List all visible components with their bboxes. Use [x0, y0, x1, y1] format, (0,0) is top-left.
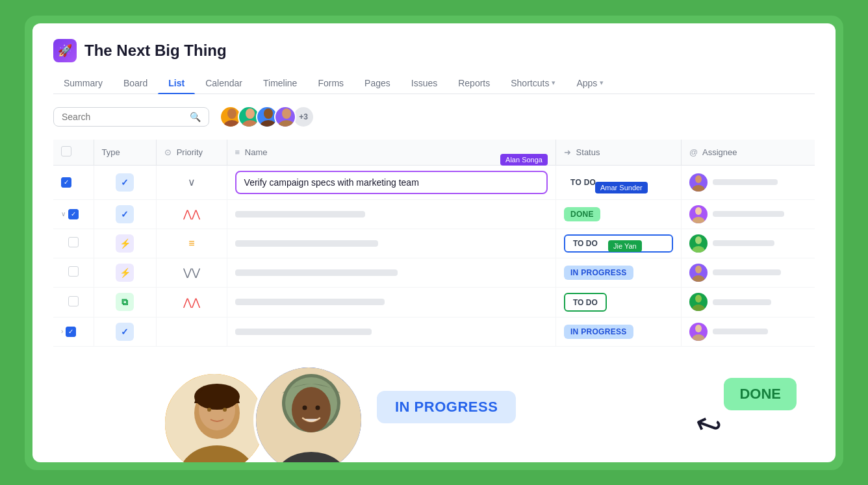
tab-timeline[interactable]: Timeline: [253, 73, 307, 93]
row-check-cell[interactable]: [53, 258, 94, 287]
status-badge-inprogress-plain[interactable]: IN PROGRESS: [564, 325, 633, 339]
tab-reports[interactable]: Reports: [448, 73, 500, 93]
expand-icon[interactable]: ∨: [61, 210, 66, 218]
tab-pages[interactable]: Pages: [354, 73, 401, 93]
row-check-cell[interactable]: [53, 229, 94, 258]
app-title: The Next Big Thing: [84, 42, 227, 60]
row-assignee-cell: [681, 199, 815, 229]
svg-point-33: [275, 452, 347, 462]
row-assignee-cell: [681, 229, 815, 258]
assignee-name-bar: [713, 269, 781, 275]
status-badge-done[interactable]: DONE: [564, 207, 600, 221]
priority-high-icon: ⋀⋀: [183, 208, 200, 220]
row-status-cell[interactable]: DONE Amar Sunder: [555, 199, 681, 229]
tab-issues[interactable]: Issues: [401, 73, 448, 93]
type-label: Type: [102, 147, 120, 157]
person-circle-1: [162, 371, 266, 462]
row-checkbox[interactable]: [68, 237, 79, 247]
expand-arrow-icon[interactable]: ›: [61, 328, 63, 335]
svg-point-2: [246, 108, 255, 119]
row-check-cell[interactable]: › ✓: [53, 317, 94, 346]
table-row: ⧉ ⋀⋀ TO DO: [53, 287, 815, 317]
task-name-text: Verify campaign specs with marketing tea…: [244, 177, 419, 188]
tab-forms[interactable]: Forms: [307, 73, 354, 93]
row-check-cell[interactable]: ✓: [53, 165, 94, 199]
svg-point-22: [178, 445, 256, 462]
row-status-cell[interactable]: TO DO: [555, 287, 681, 317]
assignee-info: [689, 264, 807, 282]
col-header-priority[interactable]: ⊙ Priority: [157, 140, 227, 166]
col-header-status[interactable]: ➜ Status: [555, 140, 681, 166]
row-name-cell[interactable]: Alan Songa Verify campaign specs with ma…: [227, 165, 555, 199]
row-name-cell[interactable]: [227, 199, 555, 229]
person-svg-1: [165, 374, 266, 462]
row-checkbox[interactable]: [68, 266, 79, 277]
priority-header-icon: ⊙: [164, 147, 172, 157]
status-badge-green-todo[interactable]: TO DO: [564, 293, 607, 312]
highlighted-name-field[interactable]: Alan Songa Verify campaign specs with ma…: [235, 171, 548, 194]
col-header-assignee[interactable]: @ Assignee: [681, 140, 815, 166]
logo-icon: 🚀: [58, 44, 72, 58]
row-checkbox[interactable]: [68, 296, 79, 306]
row-check-cell[interactable]: ∨ ✓: [53, 199, 94, 229]
svg-point-8: [695, 175, 702, 183]
outer-border: 🚀 The Next Big Thing Summary Board List …: [25, 16, 843, 470]
priority-low-icon: ⋁⋁: [183, 266, 200, 279]
avatar[interactable]: [274, 106, 296, 128]
search-icon: 🔍: [190, 112, 201, 122]
svg-point-25: [207, 408, 211, 412]
assignee-info: [689, 234, 807, 253]
search-box[interactable]: 🔍: [53, 107, 209, 127]
tab-list[interactable]: List: [158, 73, 195, 93]
row-type-cell: ✓: [94, 165, 156, 199]
in-progress-overlay-bubble: IN PROGRESS: [377, 391, 516, 423]
tab-shortcuts[interactable]: Shortcuts ▾: [500, 73, 566, 93]
tab-summary[interactable]: Summary: [53, 73, 113, 93]
header-checkbox[interactable]: [61, 146, 71, 156]
tab-board[interactable]: Board: [113, 73, 158, 93]
col-header-type[interactable]: Type: [94, 140, 156, 166]
type-icon: ⚡: [116, 234, 134, 253]
row-name-cell[interactable]: [227, 287, 555, 317]
row-checkbox[interactable]: ✓: [68, 209, 79, 219]
row-name-cell[interactable]: [227, 258, 555, 287]
svg-point-3: [242, 120, 259, 128]
tab-apps[interactable]: Apps ▾: [566, 73, 614, 93]
assignee-name-bar: [713, 299, 771, 305]
svg-point-4: [264, 108, 273, 119]
row-status-cell[interactable]: IN PROGRESS Jie Yan: [555, 258, 681, 287]
tab-calendar[interactable]: Calendar: [195, 73, 253, 93]
svg-point-19: [692, 334, 705, 341]
svg-point-18: [695, 325, 702, 332]
assignee-name-bar: [713, 240, 774, 246]
assignee-img: [689, 264, 708, 282]
row-priority-cell: ≡: [157, 229, 227, 258]
row-check-cell[interactable]: [53, 287, 94, 317]
assignee-avatar: [689, 293, 708, 311]
name-bar: [235, 329, 372, 335]
row-checkbox[interactable]: ✓: [61, 177, 71, 188]
status-badge-inprogress[interactable]: IN PROGRESS: [564, 266, 633, 280]
priority-label: Priority: [177, 147, 203, 157]
row-status-cell[interactable]: IN PROGRESS: [555, 317, 681, 346]
row-name-cell[interactable]: [227, 317, 555, 346]
svg-point-10: [695, 207, 702, 215]
row-checkbox[interactable]: ✓: [66, 327, 76, 337]
svg-point-31: [303, 405, 307, 410]
table-row: ∨ ✓ ✓ ⋀⋀ DONE Amar Sunde: [53, 199, 815, 229]
type-icon: ⧉: [116, 293, 134, 311]
assignee-img: [689, 323, 708, 341]
row-type-cell: ✓: [94, 317, 156, 346]
assignee-info: [689, 293, 807, 311]
app-window: 🚀 The Next Big Thing Summary Board List …: [32, 23, 836, 462]
assignee-info: [689, 205, 807, 223]
row-name-cell[interactable]: [227, 229, 555, 258]
assignee-label: Assignee: [702, 147, 737, 157]
assignee-img: [689, 173, 708, 192]
done-overlay-bubble: DONE: [724, 378, 797, 410]
svg-point-17: [692, 305, 705, 311]
svg-rect-20: [165, 374, 266, 462]
row-type-cell: ✓: [94, 199, 156, 229]
search-input[interactable]: [62, 112, 185, 122]
priority-down-icon: ∨: [188, 176, 196, 188]
